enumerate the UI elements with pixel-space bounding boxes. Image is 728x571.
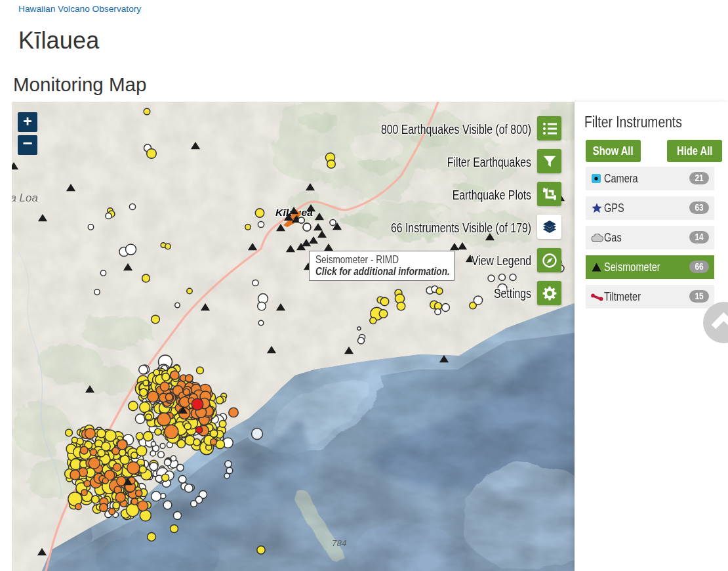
svg-text:Mauna Loa: Mauna Loa (12, 192, 38, 204)
svg-text:784: 784 (332, 538, 347, 548)
